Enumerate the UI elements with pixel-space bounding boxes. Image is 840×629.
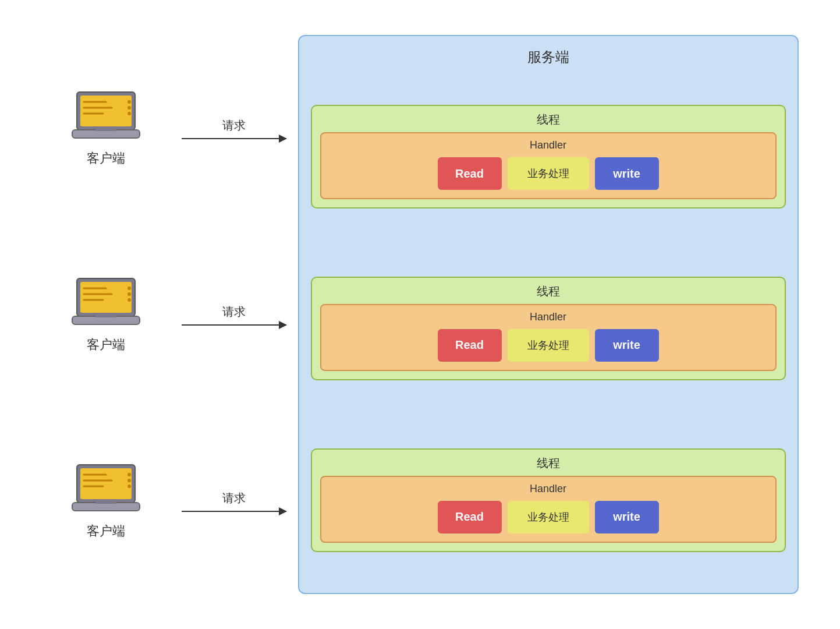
threads-column: 线程 Handler Read 业务处理 write (311, 76, 786, 581)
server-title: 服务端 (311, 48, 786, 66)
handler-box-1: Handler Read 业务处理 write (320, 304, 777, 371)
thread-title-1: 线程 (537, 284, 560, 299)
laptop-icon-2 (71, 462, 141, 514)
svg-rect-29 (95, 501, 116, 504)
laptop-icon-1 (71, 275, 141, 328)
server-box: 服务端 线程 Handler Read 业务处理 write (298, 35, 799, 594)
handler-components-2: Read 业务处理 write (438, 501, 659, 533)
write-component-0: write (595, 157, 659, 190)
handler-title-2: Handler (530, 483, 566, 495)
svg-point-5 (127, 100, 131, 104)
write-component-1: write (595, 329, 659, 362)
arrow-body-1 (182, 324, 286, 326)
arrow-line-0 (182, 138, 286, 139)
write-component-2: write (595, 501, 659, 533)
svg-rect-21 (80, 468, 132, 499)
thread-box-0: 线程 Handler Read 业务处理 write (311, 105, 786, 209)
clients-column: 客户端 客户端 (42, 35, 170, 594)
svg-rect-28 (72, 503, 140, 511)
svg-point-16 (127, 292, 131, 296)
svg-point-15 (127, 287, 131, 290)
diagram-container: 客户端 客户端 (42, 35, 799, 594)
handler-title-0: Handler (530, 139, 566, 151)
thread-title-2: 线程 (537, 455, 560, 471)
business-component-2: 业务处理 (508, 501, 589, 533)
client-item-0: 客户端 (71, 89, 141, 167)
client-label-1: 客户端 (87, 336, 125, 354)
handler-box-0: Handler Read 业务处理 write (320, 132, 777, 199)
svg-point-27 (127, 485, 131, 488)
svg-point-7 (127, 112, 131, 115)
arrow-body-2 (182, 511, 286, 512)
request-label-2: 请求 (222, 490, 246, 506)
read-component-1: Read (438, 329, 502, 362)
svg-rect-1 (80, 96, 132, 126)
svg-rect-19 (95, 315, 116, 317)
request-label-0: 请求 (222, 118, 246, 133)
arrow-line-2 (182, 511, 286, 512)
svg-rect-8 (72, 130, 140, 138)
arrow-item-2: 请求 (182, 490, 286, 512)
read-component-2: Read (438, 501, 502, 533)
thread-box-2: 线程 Handler Read 业务处理 write (311, 448, 786, 552)
thread-title-0: 线程 (537, 112, 560, 128)
arrow-item-1: 请求 (182, 304, 286, 326)
thread-box-1: 线程 Handler Read 业务处理 write (311, 277, 786, 380)
svg-point-6 (127, 106, 131, 109)
read-component-0: Read (438, 157, 502, 190)
arrows-column: 请求 请求 请求 (170, 35, 298, 594)
client-label-2: 客户端 (87, 522, 125, 540)
svg-rect-9 (95, 129, 116, 131)
svg-point-17 (127, 298, 131, 302)
arrow-item-0: 请求 (182, 118, 286, 139)
handler-components-0: Read 业务处理 write (438, 157, 659, 190)
business-component-0: 业务处理 (508, 157, 589, 190)
request-label-1: 请求 (222, 304, 246, 320)
arrow-body-0 (182, 138, 286, 139)
laptop-icon-0 (71, 89, 141, 142)
handler-title-1: Handler (530, 311, 566, 323)
arrow-line-1 (182, 324, 286, 326)
handler-components-1: Read 业务处理 write (438, 329, 659, 362)
client-item-1: 客户端 (71, 275, 141, 354)
client-label-0: 客户端 (87, 150, 125, 167)
svg-rect-18 (72, 316, 140, 324)
svg-rect-11 (80, 282, 132, 313)
svg-point-26 (127, 479, 131, 482)
business-component-1: 业务处理 (508, 329, 589, 362)
svg-point-25 (127, 473, 131, 476)
handler-box-2: Handler Read 业务处理 write (320, 476, 777, 543)
client-item-2: 客户端 (71, 462, 141, 540)
